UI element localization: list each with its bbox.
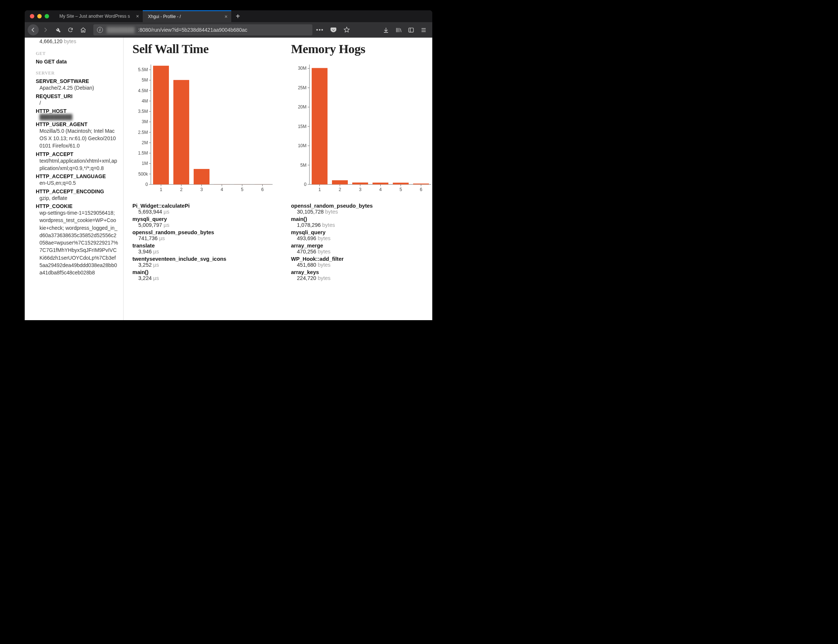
list-item-value: 3,946 µs xyxy=(132,249,276,255)
list-item-name[interactable]: translate xyxy=(132,243,276,249)
server-value: █████████ xyxy=(36,114,118,120)
svg-text:3.5M: 3.5M xyxy=(138,109,148,114)
server-key: HTTP_ACCEPT xyxy=(36,151,118,157)
url-host-obscured: ████████ xyxy=(107,27,134,33)
svg-text:3: 3 xyxy=(200,187,203,192)
list-item-name[interactable]: mysqli_query xyxy=(291,229,431,235)
list-item-value: 3,252 µs xyxy=(132,262,276,268)
close-window-button[interactable] xyxy=(30,14,34,18)
browser-window: My Site – Just another WordPress s × Xhg… xyxy=(25,10,432,320)
sidebar-button[interactable] xyxy=(405,24,417,36)
svg-text:0: 0 xyxy=(304,182,307,187)
server-value: Apache/2.4.25 (Debian) xyxy=(36,84,118,92)
pocket-button[interactable] xyxy=(327,24,339,36)
svg-text:6: 6 xyxy=(261,187,264,192)
main-panels: Self Wall Time 0500k1M1.5M2M2.5M3M3.5M4M… xyxy=(123,38,432,320)
back-button[interactable] xyxy=(28,25,39,35)
svg-text:5: 5 xyxy=(399,187,402,192)
close-tab-icon[interactable]: × xyxy=(136,14,139,19)
page-content: 4,666,120 bytes GET No GET data SERVER S… xyxy=(25,38,432,320)
home-button[interactable] xyxy=(77,24,89,36)
svg-text:4: 4 xyxy=(379,187,382,192)
sidebar-top-unit: bytes xyxy=(64,38,76,44)
list-item-name[interactable]: main() xyxy=(132,269,276,275)
svg-text:25M: 25M xyxy=(298,85,307,90)
list-item-name[interactable]: mysqli_query xyxy=(132,216,276,222)
maximize-window-button[interactable] xyxy=(44,14,49,18)
svg-rect-74 xyxy=(332,181,348,184)
svg-text:2.5M: 2.5M xyxy=(138,130,148,135)
devtools-button[interactable] xyxy=(52,24,64,36)
list-item-name[interactable]: array_keys xyxy=(291,269,431,275)
list-item-name[interactable]: array_merge xyxy=(291,243,431,249)
svg-text:6: 6 xyxy=(420,187,422,192)
svg-text:2M: 2M xyxy=(141,140,148,145)
self-wall-time-panel: Self Wall Time 0500k1M1.5M2M2.5M3M3.5M4M… xyxy=(132,42,276,320)
new-tab-button[interactable]: + xyxy=(231,12,245,21)
library-button[interactable] xyxy=(393,24,404,36)
close-tab-icon[interactable]: × xyxy=(225,14,228,19)
menu-button[interactable] xyxy=(417,24,429,36)
server-key: HTTP_ACCEPT_LANGUAGE xyxy=(36,173,118,179)
server-key: HTTP_COOKIE xyxy=(36,203,118,209)
svg-text:10M: 10M xyxy=(298,143,307,148)
svg-text:5.5M: 5.5M xyxy=(138,67,148,72)
server-key: HTTP_HOST xyxy=(36,108,118,114)
svg-rect-41 xyxy=(194,169,209,184)
svg-text:3M: 3M xyxy=(141,119,148,124)
tab-wordpress[interactable]: My Site – Just another WordPress s × xyxy=(54,10,143,22)
self-wall-time-chart: 0500k1M1.5M2M2.5M3M3.5M4M4.5M5M5.5M12345… xyxy=(132,63,276,196)
svg-text:5M: 5M xyxy=(300,163,307,168)
list-item-name[interactable]: openssl_random_pseudo_bytes xyxy=(132,229,276,235)
self-wall-time-list: Pi_Widget::calculatePi5,693,944 µsmysqli… xyxy=(132,203,276,281)
list-item-name[interactable]: twentyseventeen_include_svg_icons xyxy=(132,256,276,262)
list-item-value: 5,009,797 µs xyxy=(132,222,276,228)
list-item-value: 1,078,296 bytes xyxy=(291,222,431,228)
svg-text:20M: 20M xyxy=(298,104,307,110)
svg-text:30M: 30M xyxy=(298,66,307,71)
tab-bar: My Site – Just another WordPress s × Xhg… xyxy=(25,10,432,22)
list-item-value: 5,693,944 µs xyxy=(132,209,276,215)
reload-button[interactable] xyxy=(64,24,76,36)
memory-hogs-heading: Memory Hogs xyxy=(291,42,431,56)
tab-title: My Site – Just another WordPress s xyxy=(59,14,133,19)
self-wall-time-heading: Self Wall Time xyxy=(132,42,276,56)
server-heading: SERVER xyxy=(36,71,118,76)
server-key: REQUEST_URI xyxy=(36,93,118,99)
svg-text:1.5M: 1.5M xyxy=(138,151,148,156)
minimize-window-button[interactable] xyxy=(37,14,42,18)
svg-text:2: 2 xyxy=(338,187,341,192)
bookmark-button[interactable] xyxy=(341,24,353,36)
page-actions-button[interactable]: ••• xyxy=(314,27,326,33)
memory-hogs-chart: 05M10M15M20M25M30M123456 xyxy=(291,63,431,196)
get-empty: No GET data xyxy=(36,59,118,64)
svg-text:1M: 1M xyxy=(141,161,148,166)
window-controls xyxy=(25,14,54,18)
svg-text:1: 1 xyxy=(318,187,321,192)
list-item-value: 493,696 bytes xyxy=(291,235,431,241)
forward-button[interactable] xyxy=(39,24,51,36)
downloads-button[interactable] xyxy=(380,24,392,36)
svg-rect-39 xyxy=(153,66,169,184)
svg-text:5M: 5M xyxy=(141,77,148,83)
list-item-name[interactable]: main() xyxy=(291,216,431,222)
server-value: en-US,en;q=0.5 xyxy=(36,179,118,187)
get-heading: GET xyxy=(36,51,118,56)
svg-text:1: 1 xyxy=(160,187,162,192)
url-path: :8080/run/view?id=5b238d84421aa9004b680a… xyxy=(138,27,247,33)
svg-rect-75 xyxy=(352,182,368,184)
memory-hogs-list: openssl_random_pseudo_bytes30,105,728 by… xyxy=(291,203,431,281)
list-item-name[interactable]: openssl_random_pseudo_bytes xyxy=(291,203,431,209)
list-item-value: 3,224 µs xyxy=(132,275,276,281)
svg-text:3: 3 xyxy=(359,187,361,192)
list-item-name[interactable]: Pi_Widget::calculatePi xyxy=(132,203,276,209)
site-info-icon[interactable]: i xyxy=(97,27,103,33)
url-bar[interactable]: i ████████ :8080/run/view?id=5b238d84421… xyxy=(93,25,312,35)
list-item-name[interactable]: WP_Hook::add_filter xyxy=(291,256,431,262)
svg-rect-77 xyxy=(393,182,409,184)
toolbar: i ████████ :8080/run/view?id=5b238d84421… xyxy=(25,22,432,38)
svg-rect-76 xyxy=(373,182,388,184)
server-value: text/html,application/xhtml+xml,applicat… xyxy=(36,157,118,172)
tab-xhgui[interactable]: Xhgui - Profile - / × xyxy=(143,10,231,22)
svg-text:4.5M: 4.5M xyxy=(138,88,148,93)
